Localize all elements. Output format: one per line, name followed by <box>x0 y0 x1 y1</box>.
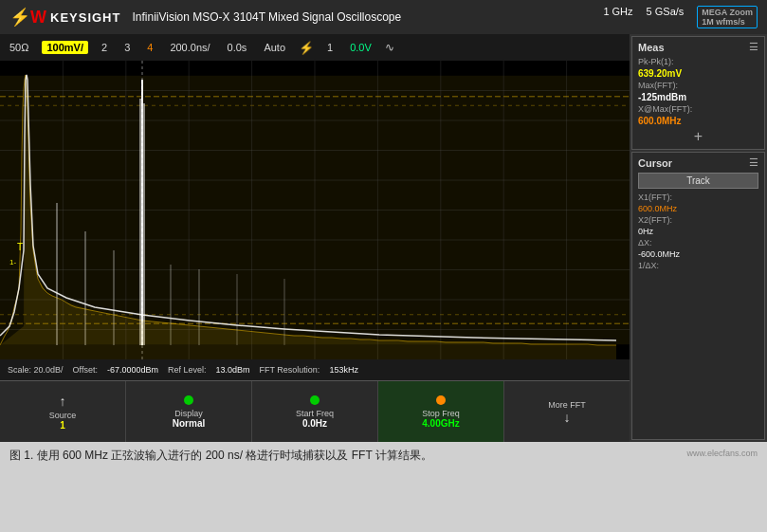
instrument-title: InfiniiVision MSO-X 3104T Mixed Signal O… <box>132 10 592 24</box>
softkey-stop-freq[interactable]: Stop Freq 4.00GHz <box>378 381 504 442</box>
softkey-more-fft[interactable]: More FFT ↓ <box>504 381 630 442</box>
ref-level-value: 13.0dBm <box>215 365 249 375</box>
meas-menu-icon[interactable]: ☰ <box>749 41 758 53</box>
bottom-toolbar: Scale: 20.0dB/ Offset: -67.0000dBm Ref L… <box>0 359 630 380</box>
trigger-icon: ⚡ <box>299 41 314 55</box>
cursor-header: Cursor ☰ <box>638 156 758 169</box>
x1-value-row: 600.0MHz <box>638 204 758 213</box>
add-measurement-button[interactable]: + <box>638 128 758 145</box>
softkey-source-value: 1 <box>60 420 65 431</box>
delta-x-row: ΔX: <box>638 238 758 248</box>
header-bar: ⚡W KEYSIGHT InfiniiVision MSO-X 3104T Mi… <box>0 0 767 34</box>
delta-x-value-row: -600.0MHz <box>638 249 758 259</box>
offset-label: Offset: <box>73 365 98 375</box>
softkey-source[interactable]: ↑ Source 1 <box>0 381 126 442</box>
softkey-stop-dot <box>436 395 446 405</box>
x1-cursor-row: X1(FFT): <box>638 193 758 202</box>
softkey-up-arrow-icon: ↑ <box>60 394 66 409</box>
softkey-stop-freq-label: Stop Freq <box>422 409 460 418</box>
svg-text:T: T <box>17 242 23 252</box>
channel-number: 1 <box>323 42 337 53</box>
ch4-label[interactable]: 4 <box>143 42 156 53</box>
ch2-label[interactable]: 2 <box>98 42 111 53</box>
cursor-title: Cursor <box>638 157 672 169</box>
max-fft-value: -125mdBm <box>638 92 686 102</box>
fft-res-value: 153kHz <box>329 365 358 375</box>
ref-level-label: Ref Level: <box>168 365 207 375</box>
x1-cursor-value: 600.0MHz <box>638 204 677 213</box>
grid-overlay: T 1- X2 X1 <box>0 61 630 359</box>
softkey-indicator-dot <box>184 395 193 405</box>
channel1-voltage: 100mV/ <box>42 41 88 54</box>
top-toolbar: 50Ω 100mV/ 2 3 4 200.0ns/ 0.0s Auto ⚡ 1 … <box>0 34 630 61</box>
x-at-max-value-row: 600.0MHz <box>638 116 758 126</box>
ch3-label[interactable]: 3 <box>120 42 134 53</box>
trigger-position: 0.0s <box>224 42 251 53</box>
timebase-display: 200.0ns/ <box>166 42 213 53</box>
ref-voltage: 0.0V <box>346 42 375 53</box>
x2-value-row: 0Hz <box>638 227 758 236</box>
svg-text:1-: 1- <box>9 258 16 266</box>
impedance-display: 50Ω <box>6 42 32 53</box>
freq-spec: 1 GHz <box>603 6 632 28</box>
softkey-area: ↑ Source 1 Display Normal Start Freq 0.0… <box>0 380 630 442</box>
softkey-source-label: Source <box>49 411 77 420</box>
max-fft-row: Max(FFT): <box>638 81 758 90</box>
meas-header: Meas ☰ <box>638 41 758 53</box>
waveform-display[interactable]: T 1- X2 X1 <box>0 61 630 359</box>
meas-title: Meas <box>638 42 665 53</box>
watermark-text: www.elecfans.com <box>686 448 758 460</box>
mega-zoom-badge: MEGA Zoom 1M wfms/s <box>697 6 758 28</box>
pk-pk-value-row: 639.20mV <box>638 68 758 79</box>
x-at-max-label: X@Max(FFT): <box>638 104 692 114</box>
scale-label: Scale: 20.0dB/ <box>8 365 64 375</box>
meas-section: Meas ☰ Pk-Pk(1): 639.20mV Max(FFT): -125… <box>631 36 765 150</box>
inv-delta-label: 1/ΔX: <box>638 261 659 270</box>
softkey-start-dot <box>310 395 320 405</box>
softkey-display-label: Display <box>174 409 203 418</box>
softkey-down-arrow-icon: ↓ <box>564 410 571 425</box>
x-at-max-row: X@Max(FFT): <box>638 104 758 114</box>
max-fft-label: Max(FFT): <box>638 81 678 90</box>
softkey-more-fft-label: More FFT <box>548 400 586 410</box>
softkey-display[interactable]: Display Normal <box>126 381 252 442</box>
inv-delta-row: 1/ΔX: <box>638 261 758 270</box>
x1-cursor-label: X1(FFT): <box>638 193 672 202</box>
scope-panel: 50Ω 100mV/ 2 3 4 200.0ns/ 0.0s Auto ⚡ 1 … <box>0 34 630 442</box>
softkey-start-freq[interactable]: Start Freq 0.0Hz <box>252 381 378 442</box>
pk-pk-value: 639.20mV <box>638 68 682 79</box>
mega-zoom-sub: 1M wfms/s <box>702 17 753 27</box>
right-panel: Meas ☰ Pk-Pk(1): 639.20mV Max(FFT): -125… <box>630 34 767 442</box>
caption-area: www.elecfans.com 图 1. 使用 600 MHz 正弦波输入进行… <box>0 442 767 469</box>
x2-cursor-label: X2(FFT): <box>638 215 672 225</box>
delta-x-label: ΔX: <box>638 238 652 248</box>
cursor-section: Cursor ☰ Track X1(FFT): 600.0MHz X2(FFT)… <box>631 152 765 440</box>
sample-rate-spec: 5 GSa/s <box>647 6 685 28</box>
cursor-menu-icon[interactable]: ☰ <box>749 156 758 169</box>
mega-zoom-label: MEGA Zoom <box>702 8 753 17</box>
cursor-track-button[interactable]: Track <box>638 173 758 189</box>
caption-text: 图 1. 使用 600 MHz 正弦波输入进行的 200 ns/ 格进行时域捕获… <box>9 449 432 462</box>
logo-wave-icon: ⚡W <box>9 7 46 28</box>
softkey-display-value: Normal <box>173 418 205 429</box>
keysight-logo: ⚡W KEYSIGHT <box>9 7 120 28</box>
offset-value: -67.0000dBm <box>107 365 158 375</box>
header-specs: 1 GHz 5 GSa/s MEGA Zoom 1M wfms/s <box>603 6 758 28</box>
delta-x-value: -600.0MHz <box>638 249 680 259</box>
waveform-icon: ∿ <box>385 41 394 54</box>
x2-cursor-row: X2(FFT): <box>638 215 758 225</box>
max-fft-value-row: -125mdBm <box>638 92 758 102</box>
x2-cursor-value: 0Hz <box>638 227 653 236</box>
main-area: 50Ω 100mV/ 2 3 4 200.0ns/ 0.0s Auto ⚡ 1 … <box>0 34 767 442</box>
pk-pk-label: Pk-Pk(1): <box>638 57 674 66</box>
trigger-mode: Auto <box>260 42 289 53</box>
x-at-max-value: 600.0MHz <box>638 116 682 126</box>
logo-text: KEYSIGHT <box>50 10 120 25</box>
fft-res-label: FFT Resolution: <box>260 365 320 375</box>
pk-pk-row: Pk-Pk(1): <box>638 57 758 66</box>
softkey-stop-freq-value: 4.00GHz <box>422 418 459 429</box>
softkey-start-freq-value: 0.0Hz <box>302 418 327 429</box>
softkey-start-freq-label: Start Freq <box>296 409 334 418</box>
